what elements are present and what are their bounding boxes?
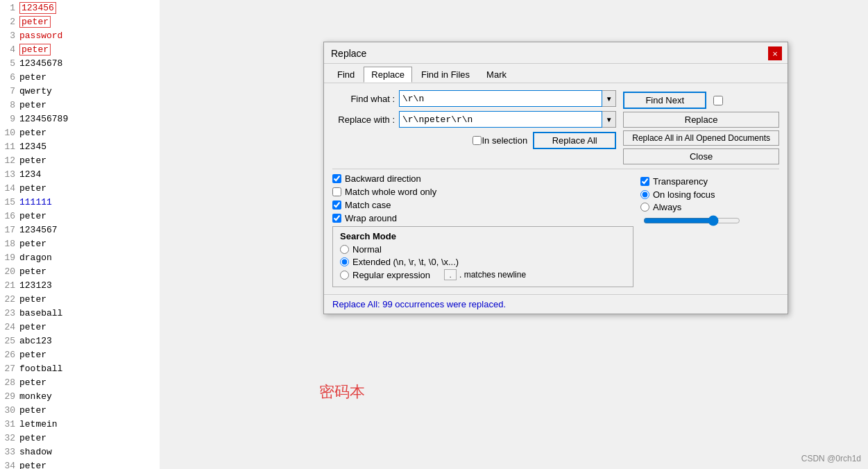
- on-losing-focus-label: On losing focus: [653, 189, 715, 200]
- in-selection-label: In selection: [482, 135, 527, 146]
- editor-line: 1123456: [0, 1, 160, 15]
- dialog-title: Replace: [331, 48, 366, 59]
- line-content: peter: [19, 154, 46, 168]
- line-content: peter: [19, 43, 51, 57]
- dialog-body: Find what : ▼ Replace with : ▼: [324, 83, 788, 294]
- line-content: 1234567: [19, 223, 58, 237]
- line-number: 31: [0, 418, 19, 432]
- line-content: peter: [19, 404, 46, 418]
- editor-line: 14peter: [0, 182, 160, 196]
- extended-label: Extended (\n, \r, \t, \0, \x...): [352, 257, 459, 267]
- editor-line: 20peter: [0, 265, 160, 279]
- line-number: 30: [0, 404, 19, 418]
- replace-all-opened-button[interactable]: Replace All in All Opened Documents: [623, 130, 779, 146]
- status-text: Replace All: 99 occurrences were replace…: [332, 299, 506, 309]
- line-number: 21: [0, 279, 19, 293]
- replace-all-button[interactable]: Replace All: [533, 132, 616, 149]
- match-case-checkbox[interactable]: [332, 201, 341, 210]
- dialog-tabs: Find Replace Find in Files Mark: [324, 64, 788, 83]
- line-content: qwerty: [19, 85, 52, 99]
- line-content: 123456: [19, 1, 56, 15]
- line-content: 12345678: [19, 57, 62, 71]
- replace-with-row: Replace with : ▼: [332, 111, 616, 128]
- line-content: 12345: [19, 140, 46, 154]
- line-number: 13: [0, 168, 19, 182]
- replace-label: Replace with :: [332, 114, 395, 125]
- regex-radio[interactable]: [340, 271, 349, 280]
- transparency-slider[interactable]: [643, 215, 740, 226]
- find-next-button[interactable]: Find Next: [623, 92, 706, 109]
- line-content: peter: [19, 210, 46, 223]
- status-bar: Replace All: 99 occurrences were replace…: [324, 294, 788, 314]
- transparency-row: Transparency: [640, 176, 779, 187]
- line-content: peter: [19, 15, 51, 29]
- editor-line: 15111111: [0, 196, 160, 210]
- tab-mark[interactable]: Mark: [479, 67, 514, 83]
- replace-button[interactable]: Replace: [623, 112, 779, 128]
- right-buttons-section: Find Next Replace Replace All in All Ope…: [623, 90, 779, 164]
- editor-line: 24peter: [0, 321, 160, 334]
- in-sel-replace-all-row: In selection Replace All: [332, 132, 616, 149]
- line-number: 14: [0, 182, 19, 196]
- watermark-text: 密码本: [319, 382, 365, 402]
- line-number: 28: [0, 376, 19, 390]
- line-number: 1: [0, 1, 19, 15]
- in-selection-checkbox[interactable]: [473, 136, 482, 145]
- tab-replace[interactable]: Replace: [364, 67, 412, 83]
- line-number: 19: [0, 251, 19, 265]
- line-content: peter: [19, 459, 46, 469]
- line-number: 8: [0, 99, 19, 112]
- extended-radio[interactable]: [340, 257, 349, 266]
- find-input-wrap: ▼: [399, 90, 616, 107]
- close-button[interactable]: Close: [623, 148, 779, 164]
- matches-newline-checkbox[interactable]: .: [444, 269, 457, 280]
- tab-find[interactable]: Find: [330, 67, 362, 83]
- line-content: peter: [19, 376, 46, 390]
- line-number: 4: [0, 43, 19, 57]
- always-radio[interactable]: [640, 203, 649, 212]
- line-content: letmein: [19, 418, 58, 432]
- on-losing-focus-row: On losing focus: [640, 189, 779, 200]
- normal-label: Normal: [352, 244, 382, 255]
- top-section: Find what : ▼ Replace with : ▼: [332, 90, 779, 164]
- wrap-around-checkbox[interactable]: [332, 214, 341, 223]
- tab-find-in-files[interactable]: Find in Files: [414, 67, 477, 83]
- find-dropdown-btn[interactable]: ▼: [602, 90, 616, 107]
- line-number: 26: [0, 348, 19, 362]
- normal-radio[interactable]: [340, 245, 349, 254]
- line-content: 123123: [19, 279, 52, 293]
- editor-line: 4peter: [0, 43, 160, 57]
- match-case-row: Match case: [332, 200, 633, 210]
- whole-word-checkbox[interactable]: [332, 187, 341, 196]
- line-content: peter: [19, 348, 46, 362]
- editor-line: 512345678: [0, 57, 160, 71]
- replace-input[interactable]: [399, 111, 602, 128]
- editor-line: 27football: [0, 362, 160, 376]
- transparency-box: Transparency On losing focus Always: [640, 176, 779, 228]
- right-options: Transparency On losing focus Always: [640, 173, 779, 287]
- backward-checkbox[interactable]: [332, 174, 341, 183]
- match-case-label: Match case: [345, 200, 391, 210]
- find-next-checkbox[interactable]: [713, 96, 723, 105]
- in-selection-group: In selection: [473, 135, 527, 146]
- search-mode-title: Search Mode: [340, 231, 626, 241]
- line-content: football: [19, 362, 62, 376]
- replace-dropdown-btn[interactable]: ▼: [602, 111, 616, 128]
- line-content: 111111: [19, 196, 52, 210]
- line-number: 34: [0, 459, 19, 469]
- dialog-close-button[interactable]: ×: [768, 46, 782, 60]
- line-number: 10: [0, 126, 19, 140]
- line-content: monkey: [19, 390, 52, 404]
- transparency-checkbox[interactable]: [640, 177, 649, 186]
- editor-area: 11234562peter3password4peter5123456786pe…: [0, 0, 160, 469]
- extended-radio-row: Extended (\n, \r, \t, \0, \x...): [340, 257, 626, 267]
- regex-label: Regular expression: [352, 270, 430, 280]
- editor-line: 32peter: [0, 432, 160, 445]
- line-number: 17: [0, 223, 19, 237]
- editor-line: 21123123: [0, 279, 160, 293]
- find-input[interactable]: [399, 90, 602, 107]
- on-losing-focus-radio[interactable]: [640, 190, 649, 199]
- editor-line: 7qwerty: [0, 85, 160, 99]
- editor-line: 34peter: [0, 459, 160, 469]
- editor-line: 30peter: [0, 404, 160, 418]
